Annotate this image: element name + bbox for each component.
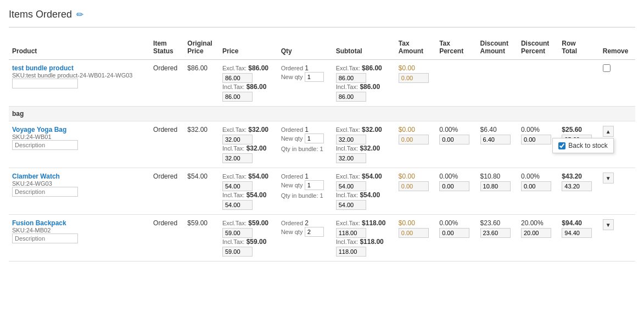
product-sku: SKU:24-WG03 xyxy=(12,180,147,187)
table-row: Voyage Yoga Bag SKU:24-WB01 Ordered $32.… xyxy=(9,121,635,168)
qty-new-input[interactable] xyxy=(305,227,324,237)
tax-amount-input[interactable] xyxy=(399,228,429,238)
product-name: Fusion Backpack xyxy=(12,219,147,227)
qty-new-input[interactable] xyxy=(305,134,324,143)
price-incl-input[interactable] xyxy=(222,92,253,102)
price-excl-input[interactable] xyxy=(222,228,253,238)
price-excl-input[interactable] xyxy=(222,73,253,83)
status-cell: Ordered xyxy=(150,60,184,107)
tax-amount-input[interactable] xyxy=(399,181,429,191)
row-total-input[interactable] xyxy=(562,181,592,191)
discount-amount-cell: $23.60 xyxy=(477,215,518,262)
product-sku: SKU:test bundle product-24-WB01-24-WG03 xyxy=(12,72,147,79)
tax-amount-input[interactable] xyxy=(399,135,429,144)
description-input[interactable] xyxy=(12,233,78,243)
qty-cell: Ordered 2 New qty xyxy=(278,215,333,262)
price-excl-input[interactable] xyxy=(222,135,253,144)
row-total-input[interactable] xyxy=(562,228,592,238)
edit-icon[interactable]: ✏ xyxy=(76,9,83,20)
qty-new-input[interactable] xyxy=(305,180,324,190)
discount-percent-input[interactable] xyxy=(521,181,551,191)
col-row-total: RowTotal xyxy=(558,36,599,60)
remove-cell: ▼ xyxy=(600,168,635,215)
price-incl-input[interactable] xyxy=(222,247,253,257)
tax-amount-cell: $0.00 xyxy=(395,121,436,168)
product-cell: Voyage Yoga Bag SKU:24-WB01 xyxy=(9,121,150,168)
col-subtotal: Subtotal xyxy=(333,36,395,60)
tax-amount-input[interactable] xyxy=(399,73,429,83)
subtotal-excl-input[interactable] xyxy=(336,181,366,191)
price-cell: Excl.Tax: $59.00 Incl.Tax: $59.00 xyxy=(219,215,278,262)
row-total-cell: $94.40 xyxy=(558,215,599,262)
discount-percent-cell: 20.00% xyxy=(518,215,558,262)
back-to-stock-dropdown: ▲ Back to stock xyxy=(603,126,614,137)
description-input[interactable] xyxy=(12,79,78,88)
row-total-cell: $43.20 xyxy=(558,168,599,215)
col-price: Price xyxy=(219,36,278,60)
tax-percent-input[interactable] xyxy=(439,181,469,191)
qty-new-input[interactable] xyxy=(305,72,324,82)
row-total-cell xyxy=(558,60,599,107)
back-to-stock-label: Back to stock xyxy=(568,142,607,149)
original-price-cell: $32.00 xyxy=(184,121,219,168)
tax-amount-cell: $0.00 xyxy=(395,168,436,215)
table-row: Fusion Backpack SKU:24-MB02 Ordered $59.… xyxy=(9,215,635,262)
dropdown-arrow-btn[interactable]: ▼ xyxy=(603,219,614,230)
description-input[interactable] xyxy=(12,187,78,197)
subtotal-incl-input[interactable] xyxy=(336,200,366,210)
price-excl-input[interactable] xyxy=(222,181,253,191)
col-discount-percent: DiscountPercent xyxy=(518,36,558,60)
discount-percent-input[interactable] xyxy=(521,228,551,238)
subtotal-cell: Excl.Tax: $86.00 Incl.Tax: $86.00 xyxy=(333,60,395,107)
col-original-price: OriginalPrice xyxy=(184,36,219,60)
discount-amount-input[interactable] xyxy=(480,228,511,238)
price-incl-input[interactable] xyxy=(222,153,253,163)
remove-checkbox[interactable] xyxy=(603,64,611,72)
discount-amount-cell: $10.80 xyxy=(477,168,518,215)
table-row: test bundle product SKU:test bundle prod… xyxy=(9,60,635,107)
price-incl-input[interactable] xyxy=(222,200,253,210)
tax-percent-cell: 0.00% xyxy=(436,168,477,215)
dropdown-arrow-btn[interactable]: ▼ xyxy=(603,173,614,183)
qty-cell: Ordered 1 New qty Qty in bundle: 1 xyxy=(278,168,333,215)
discount-percent-cell xyxy=(518,60,558,107)
price-cell: Excl.Tax: $32.00 Incl.Tax: $32.00 xyxy=(219,121,278,168)
qty-cell: Ordered 1 New qty xyxy=(278,60,333,107)
tax-percent-cell: 0.00% xyxy=(436,121,477,168)
subtotal-incl-input[interactable] xyxy=(336,153,366,163)
qty-bundle-label: Qty in bundle: 1 xyxy=(281,146,329,152)
subtotal-excl-input[interactable] xyxy=(336,228,366,238)
product-cell: Clamber Watch SKU:24-WG03 xyxy=(9,168,150,215)
discount-percent-cell: 0.00% xyxy=(518,168,558,215)
tax-percent-input[interactable] xyxy=(439,135,469,144)
back-to-stock-checkbox[interactable] xyxy=(558,142,565,149)
status-cell: Ordered xyxy=(150,215,184,262)
col-qty: Qty xyxy=(278,36,333,60)
product-sku: SKU:24-WB01 xyxy=(12,134,147,140)
col-discount-amount: DiscountAmount xyxy=(477,36,518,60)
tax-percent-input[interactable] xyxy=(439,228,469,238)
tax-amount-cell: $0.00 xyxy=(395,215,436,262)
subtotal-incl-input[interactable] xyxy=(336,92,366,102)
group-row-bag: bag xyxy=(9,107,635,121)
product-name: Voyage Yoga Bag xyxy=(12,126,147,134)
price-cell: Excl.Tax: $54.00 Incl.Tax: $54.00 xyxy=(219,168,278,215)
col-product: Product xyxy=(9,36,150,60)
table-row: Clamber Watch SKU:24-WG03 Ordered $54.00… xyxy=(9,168,635,215)
tax-percent-cell xyxy=(436,60,477,107)
subtotal-cell: Excl.Tax: $54.00 Incl.Tax: $54.00 xyxy=(333,168,395,215)
subtotal-excl-input[interactable] xyxy=(336,73,366,83)
dropdown-arrow-btn[interactable]: ▲ xyxy=(603,126,614,137)
remove-cell xyxy=(600,60,635,107)
qty-bundle-label: Qty in bundle: 1 xyxy=(281,192,329,199)
back-to-stock-popup: Back to stock xyxy=(552,138,613,153)
discount-amount-input[interactable] xyxy=(480,181,511,191)
original-price-cell: $59.00 xyxy=(184,215,219,262)
price-cell: Excl.Tax: $86.00 Incl.Tax: $86.00 xyxy=(219,60,278,107)
discount-percent-input[interactable] xyxy=(521,135,551,144)
discount-amount-input[interactable] xyxy=(480,135,511,144)
product-cell: Fusion Backpack SKU:24-MB02 xyxy=(9,215,150,262)
subtotal-excl-input[interactable] xyxy=(336,135,366,144)
description-input[interactable] xyxy=(12,140,78,150)
subtotal-incl-input[interactable] xyxy=(336,247,366,257)
